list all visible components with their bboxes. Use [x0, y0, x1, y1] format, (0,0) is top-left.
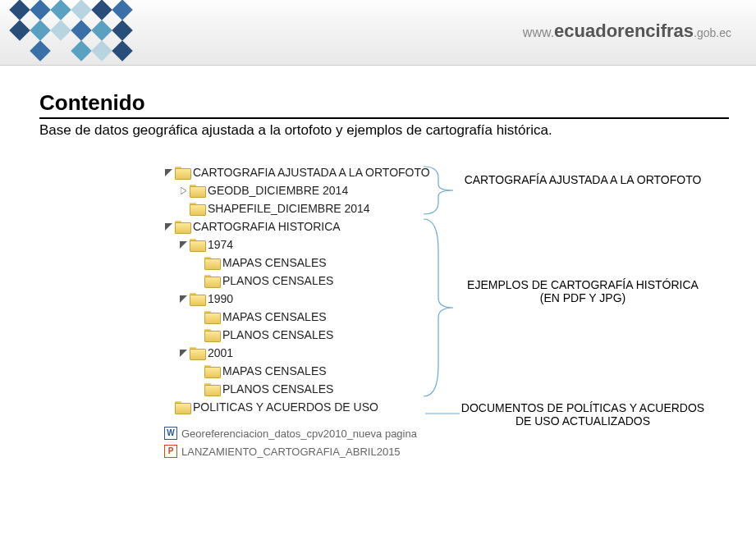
arrow-spacer — [164, 403, 173, 412]
folder-icon — [204, 365, 219, 377]
folder-icon — [175, 401, 190, 413]
page-subtitle: Base de datos geográfica ajustada a la o… — [39, 122, 756, 139]
annotation-historica: EJEMPLOS DE CARTOGRAFÍA HISTÓRICA (EN PD… — [460, 278, 706, 304]
tree-label: PLANOS CENSALES — [222, 274, 333, 287]
tree-folder-1990-planos[interactable]: PLANOS CENSALES — [164, 326, 427, 344]
folder-icon — [190, 239, 204, 250]
annotations-panel: CARTOGRAFÍA AJUSTADA A LA ORTOFOTO EJEMP… — [443, 163, 722, 460]
folder-icon — [204, 311, 219, 322]
folder-icon — [204, 257, 219, 268]
arrow-spacer — [194, 331, 203, 340]
tree-folder-cartografia-ortofoto[interactable]: CARTOGRAFIA AJUSTADA A LA ORTOFOTO — [164, 163, 427, 181]
folder-icon — [190, 203, 204, 214]
logo-cubes — [0, 0, 164, 70]
tree-folder-1974[interactable]: 1974 — [164, 235, 427, 254]
annotation-politicas: DOCUMENTOS DE POLÍTICAS Y ACUERDOS DE US… — [460, 401, 706, 428]
url-www: www. — [523, 25, 554, 39]
collapse-arrow-icon[interactable] — [179, 186, 188, 195]
svg-marker-1 — [181, 187, 186, 194]
expand-arrow-icon[interactable] — [179, 240, 188, 249]
folder-icon — [204, 275, 219, 286]
connector-line-icon — [425, 409, 461, 418]
arrow-spacer — [194, 258, 203, 268]
tree-folder-geodb[interactable]: GEODB_DICIEMBRE 2014 — [164, 181, 427, 199]
tree-label: MAPAS CENSALES — [222, 256, 327, 269]
content-area: CARTOGRAFIA AJUSTADA A LA ORTOFOTO GEODB… — [164, 163, 756, 460]
tree-label: 2001 — [208, 346, 233, 359]
tree-file-word[interactable]: W Georeferenciacion_datos_cpv2010_nueva … — [164, 424, 427, 442]
tree-label: 1974 — [208, 238, 233, 251]
annotation-ortofoto: CARTOGRAFÍA AJUSTADA A LA ORTOFOTO — [460, 173, 706, 186]
svg-marker-5 — [180, 350, 187, 357]
svg-marker-4 — [180, 295, 187, 303]
expand-arrow-icon[interactable] — [179, 349, 188, 358]
tree-folder-2001-mapas[interactable]: MAPAS CENSALES — [164, 362, 427, 380]
arrow-spacer — [179, 204, 188, 213]
tree-folder-2001[interactable]: 2001 — [164, 344, 427, 362]
expand-arrow-icon[interactable] — [179, 295, 188, 304]
tree-folder-2001-planos[interactable]: PLANOS CENSALES — [164, 380, 427, 398]
powerpoint-icon: P — [164, 445, 177, 458]
tree-label: POLITICAS Y ACUERDOS DE USO — [193, 400, 378, 414]
svg-marker-2 — [165, 223, 172, 231]
bracket-icon — [424, 217, 456, 398]
folder-icon — [190, 185, 204, 196]
folder-icon — [204, 329, 219, 341]
header-url: www.ecuadorencifras.gob.ec — [523, 21, 731, 42]
folder-icon — [175, 167, 190, 178]
word-icon: W — [164, 427, 177, 440]
arrow-spacer — [194, 313, 203, 322]
url-domain: ecuadorencifras — [554, 21, 694, 41]
arrow-spacer — [194, 385, 203, 394]
tree-label: SHAPEFILE_DICIEMBRE 2014 — [208, 202, 370, 215]
tree-label: PLANOS CENSALES — [222, 382, 333, 396]
tree-label: GEODB_DICIEMBRE 2014 — [208, 184, 348, 197]
folder-icon — [175, 221, 190, 232]
folder-tree: CARTOGRAFIA AJUSTADA A LA ORTOFOTO GEODB… — [164, 163, 427, 460]
tree-folder-cartografia-historica[interactable]: CARTOGRAFIA HISTORICA — [164, 217, 427, 235]
tree-label: LANZAMIENTO_CARTOGRAFIA_ABRIL2015 — [181, 446, 401, 458]
tree-label: Georeferenciacion_datos_cpv2010_nueva pa… — [181, 428, 417, 440]
page-title: Contenido — [39, 90, 729, 119]
header-bar: www.ecuadorencifras.gob.ec — [0, 0, 756, 66]
folder-icon — [204, 383, 219, 395]
tree-folder-1990-mapas[interactable]: MAPAS CENSALES — [164, 308, 427, 326]
tree-folder-1990[interactable]: 1990 — [164, 290, 427, 308]
tree-label: MAPAS CENSALES — [222, 310, 327, 323]
svg-marker-3 — [180, 241, 187, 249]
tree-label: PLANOS CENSALES — [222, 328, 333, 341]
tree-folder-1974-planos[interactable]: PLANOS CENSALES — [164, 272, 427, 290]
bracket-icon — [424, 165, 456, 216]
folder-icon — [190, 347, 204, 359]
arrow-spacer — [194, 277, 203, 286]
tree-file-ppt[interactable]: P LANZAMIENTO_CARTOGRAFIA_ABRIL2015 — [164, 442, 427, 460]
tree-folder-shapefile[interactable]: SHAPEFILE_DICIEMBRE 2014 — [164, 199, 427, 217]
folder-icon — [190, 293, 204, 304]
tree-label: 1990 — [208, 292, 233, 305]
expand-arrow-icon[interactable] — [164, 168, 173, 177]
url-tld: .gob.ec — [694, 26, 731, 39]
tree-folder-1974-mapas[interactable]: MAPAS CENSALES — [164, 254, 427, 272]
svg-marker-0 — [165, 169, 172, 176]
arrow-spacer — [194, 367, 203, 376]
expand-arrow-icon[interactable] — [164, 222, 173, 231]
tree-label: CARTOGRAFIA AJUSTADA A LA ORTOFOTO — [193, 166, 430, 179]
tree-label: CARTOGRAFIA HISTORICA — [193, 220, 341, 233]
tree-folder-politicas[interactable]: POLITICAS Y ACUERDOS DE USO — [164, 398, 427, 416]
tree-label: MAPAS CENSALES — [222, 364, 327, 377]
